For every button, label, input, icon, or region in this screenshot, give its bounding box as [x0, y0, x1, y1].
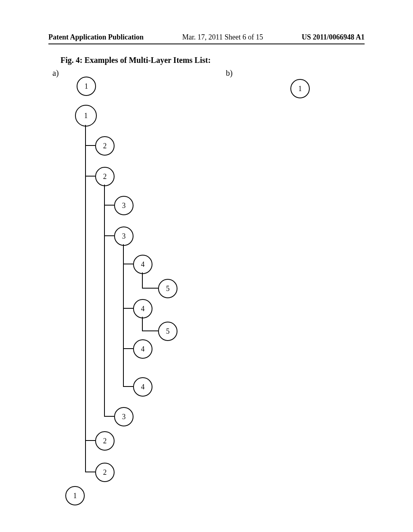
spine-from-3b [123, 244, 124, 386]
branch-to-2a [85, 145, 95, 146]
header-divider [48, 44, 365, 44]
node-a-l1-1: 1 [75, 105, 97, 127]
node-a-l2-2b: 2 [95, 167, 115, 186]
date-sheet: Mar. 17, 2011 Sheet 6 of 15 [182, 33, 263, 42]
branch-to-3c [104, 416, 114, 417]
publication-label: Patent Application Publication [48, 33, 144, 42]
node-a-l4-4c: 4 [133, 339, 152, 359]
node-a-l2-2d: 2 [95, 463, 115, 482]
node-a-l5-5b: 5 [158, 322, 177, 341]
branch-to-2c [85, 440, 95, 441]
figure-title: Fig. 4: Examples of Multi-Layer Items Li… [60, 56, 211, 65]
branch-to-3a [104, 205, 114, 206]
spine-from-l1 [85, 125, 86, 472]
node-a-l5-5a: 5 [158, 279, 177, 298]
node-a-l3-3a: 3 [114, 196, 133, 215]
spine-from-2b [104, 185, 105, 416]
publication-number: US 2011/0066948 A1 [302, 33, 365, 42]
node-a-l4-4b: 4 [133, 299, 152, 318]
branch-to-4a [123, 264, 133, 264]
branch-to-5b [142, 330, 158, 331]
node-a-l4-4d: 4 [133, 377, 152, 397]
node-a-top-1: 1 [77, 77, 96, 96]
node-a-l2-2a: 2 [95, 136, 115, 156]
branch-to-4b [123, 308, 133, 309]
branch-to-2d [85, 472, 95, 472]
spine-from-4b [142, 317, 143, 330]
node-a-l4-4a: 4 [133, 255, 152, 274]
node-a-bot-1: 1 [65, 486, 85, 505]
node-a-l3-3c: 3 [114, 407, 133, 426]
branch-to-2b [85, 176, 95, 177]
spine-from-4a [142, 272, 143, 288]
branch-to-4d [123, 386, 133, 387]
branch-to-5a [142, 288, 158, 289]
page-header: Patent Application Publication Mar. 17, … [48, 33, 365, 42]
node-a-l2-2c: 2 [95, 431, 115, 451]
node-b-1: 1 [290, 79, 310, 98]
figure-diagram: 1 1 2 2 3 3 4 5 4 [40, 64, 363, 508]
branch-to-4c [123, 348, 133, 349]
branch-to-3b [104, 235, 114, 236]
node-a-l3-3b: 3 [114, 227, 133, 246]
